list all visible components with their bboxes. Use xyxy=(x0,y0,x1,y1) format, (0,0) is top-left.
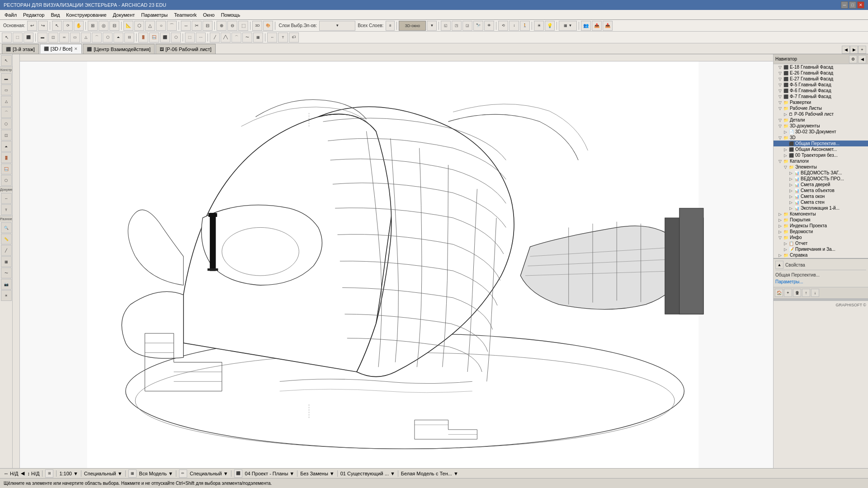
tree-item-14[interactable]: ▷⬛Общая Аксономет... xyxy=(774,146,868,152)
tree-item-27[interactable]: ▷📁Индексы Проекта xyxy=(774,223,868,229)
label-tool[interactable]: 🏷 xyxy=(289,33,299,42)
tree-expand-11[interactable]: ▷ xyxy=(783,130,788,134)
existing-arrow[interactable]: ▼ xyxy=(390,471,395,476)
tree-item-18[interactable]: ▷📊ВЕДОМОСТЬ ЗАГ... xyxy=(774,170,868,176)
sun-btn[interactable]: ☀ xyxy=(534,21,544,31)
tree-expand-16[interactable]: ▽ xyxy=(778,159,782,164)
close-button[interactable]: ✕ xyxy=(857,1,864,9)
tree-expand-18[interactable]: ▷ xyxy=(788,171,793,175)
layer-status-btn2[interactable]: ⬛ xyxy=(234,469,242,478)
tree-item-5[interactable]: ▽⬛Ф-7 Главный Фасад xyxy=(774,94,868,99)
tree-item-29[interactable]: ▽📁Инфо xyxy=(774,235,868,240)
tree-item-25[interactable]: ▷📁Компоненты xyxy=(774,211,868,217)
wall-tool[interactable]: ▬ xyxy=(38,33,47,42)
props-expand-btn[interactable]: ▲ xyxy=(775,261,783,269)
menu-file[interactable]: Файл xyxy=(2,11,19,19)
zoom-out-btn[interactable]: ⊖ xyxy=(227,21,237,31)
scale-arrow[interactable]: ▼ xyxy=(73,471,78,476)
tree-delete-btn[interactable]: 🗑 xyxy=(793,289,801,297)
navigator-collapse[interactable]: ◀ xyxy=(858,55,866,63)
zoom-left-tool[interactable]: 🔍 xyxy=(1,222,12,233)
dim-tool[interactable]: ↔ xyxy=(267,33,277,42)
display-options-btn[interactable]: ▦ ▼ xyxy=(559,21,577,31)
tree-item-3[interactable]: ▽⬛Ф-5 Главный Фасад xyxy=(774,82,868,88)
stair-tool[interactable]: ⏶ xyxy=(113,33,123,42)
undo-button[interactable]: ↩ xyxy=(27,21,37,31)
special-arrow[interactable]: ▼ xyxy=(118,471,123,476)
guides-btn[interactable]: ⊟ xyxy=(109,21,119,31)
door-left-tool[interactable]: 🚪 xyxy=(1,152,12,163)
draw-btn2[interactable]: ⬡ xyxy=(134,21,144,31)
walk-btn[interactable]: 🚶 xyxy=(520,21,530,31)
tree-expand-29[interactable]: ▽ xyxy=(778,235,782,240)
shell-left-tool[interactable]: ⌒ xyxy=(1,107,12,118)
line-tool[interactable]: ╱ xyxy=(210,33,220,42)
tree-expand-15[interactable]: ▷ xyxy=(783,153,788,158)
tree-home-btn[interactable]: 🏠 xyxy=(775,289,783,297)
tree-item-13[interactable]: ⬛Общая Перспектив... xyxy=(774,141,868,146)
tab-floor3[interactable]: ⬛ [3-й этаж] xyxy=(2,44,39,54)
zoom-in-btn[interactable]: ⊕ xyxy=(217,21,226,31)
layer-status-btn[interactable]: ▦ xyxy=(128,469,137,478)
tree-expand-1[interactable]: ▽ xyxy=(778,71,782,75)
model-arrow[interactable]: ▼ xyxy=(168,471,173,476)
view-btn1[interactable]: ◱ xyxy=(441,21,451,31)
tree-expand-24[interactable]: ▷ xyxy=(788,206,793,211)
orbit-btn[interactable]: ⟲ xyxy=(498,21,508,31)
line-left-tool[interactable]: ╱ xyxy=(1,245,12,256)
draw-btn4[interactable]: ○ xyxy=(156,21,166,31)
pan3d-btn[interactable]: ↕ xyxy=(509,21,519,31)
spline-tool[interactable]: 〜 xyxy=(242,33,252,42)
tab-collab[interactable]: ⬛ [Центр Взаимодействия] xyxy=(83,44,155,54)
collab-btn3[interactable]: 📥 xyxy=(603,21,613,31)
tree-expand-6[interactable]: ▽ xyxy=(778,100,782,105)
minimize-button[interactable]: ─ xyxy=(841,1,848,9)
roof-left-tool[interactable]: △ xyxy=(1,96,12,107)
stair-left-tool[interactable]: ⏶ xyxy=(1,141,12,152)
camera-left-tool[interactable]: 📷 xyxy=(1,279,12,290)
pointer-tool[interactable]: ↖ xyxy=(2,33,12,42)
maximize-button[interactable]: □ xyxy=(849,1,856,9)
tree-item-31[interactable]: ▷📝Примечания и За... xyxy=(774,246,868,252)
select-left-tool[interactable]: ↖ xyxy=(1,55,12,66)
sun-left-tool[interactable]: ☀ xyxy=(1,290,12,301)
3d-window-btn[interactable]: 3D-окно xyxy=(399,21,426,31)
project-phase-arrow[interactable]: ▼ xyxy=(289,471,294,476)
tree-expand-2[interactable]: ▽ xyxy=(778,77,782,81)
slab-tool[interactable]: ▭ xyxy=(70,33,80,42)
tree-expand-7[interactable]: ▽ xyxy=(778,106,782,111)
tab-3d[interactable]: ⬛ [3D / Все] ✕ xyxy=(40,44,82,54)
polyline-tool[interactable]: ╱╲ xyxy=(221,33,231,42)
view-btn5[interactable]: 👁 xyxy=(484,21,494,31)
renovation-arrow[interactable]: ▼ xyxy=(330,471,335,476)
arrow-btn[interactable]: ↔ xyxy=(181,21,191,31)
tree-expand-19[interactable]: ▷ xyxy=(788,177,793,181)
tree-item-12[interactable]: ▽📁3D xyxy=(774,135,868,141)
morph-tool[interactable]: ⬡ xyxy=(103,33,113,42)
3d-viewport[interactable] xyxy=(13,54,773,468)
tree-item-28[interactable]: ▷📁Ведомости xyxy=(774,229,868,235)
tree-item-1[interactable]: ▽⬛Е-26 Главный Фасад xyxy=(774,70,868,76)
column-tool[interactable]: ◫ xyxy=(48,33,58,42)
tree-expand-4[interactable]: ▽ xyxy=(778,89,782,93)
tree-expand-26[interactable]: ▷ xyxy=(778,218,782,222)
tree-expand-32[interactable]: ▷ xyxy=(778,253,782,258)
window-tool[interactable]: 🪟 xyxy=(149,33,159,42)
prop-params[interactable]: Параметры... xyxy=(775,278,866,285)
tree-item-15[interactable]: ▷⬛00 Траектория без... xyxy=(774,152,868,158)
tree-item-20[interactable]: ▷📊Смета дверей xyxy=(774,182,868,188)
tab-3d-close[interactable]: ✕ xyxy=(74,47,78,51)
tree-item-22[interactable]: ▷📊Смета окон xyxy=(774,193,868,199)
3d-btn[interactable]: 3D xyxy=(252,21,262,31)
layer-select-btn[interactable]: ▼ xyxy=(319,21,355,31)
rotate-tool[interactable]: ⟳ xyxy=(63,21,73,31)
menu-view[interactable]: Вид xyxy=(48,11,62,19)
arc-tool[interactable]: ⌒ xyxy=(231,33,241,42)
pen-status-btn[interactable]: ✏ xyxy=(179,469,187,478)
menu-edit[interactable]: Редактор xyxy=(20,11,47,19)
tree-item-10[interactable]: ▽📁3D-документы xyxy=(774,123,868,129)
collab-btn2[interactable]: 📤 xyxy=(592,21,602,31)
tree-item-16[interactable]: ▽📁Каталоги xyxy=(774,158,868,164)
tree-expand-17[interactable]: ▽ xyxy=(783,165,788,169)
tree-expand-28[interactable]: ▷ xyxy=(778,230,782,234)
